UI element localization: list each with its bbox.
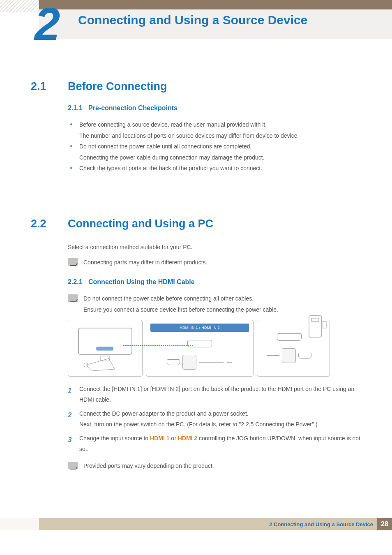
cable-wire — [267, 355, 279, 356]
warn-line: Do not connect the power cable before co… — [83, 293, 278, 304]
hdmi1-highlight: HDMI 1 — [150, 435, 169, 442]
cable-left: ⁓ — [167, 355, 233, 370]
cable-right — [267, 348, 311, 363]
svg-rect-1 — [97, 347, 113, 350]
step-number: 2 — [68, 409, 79, 430]
connection-steps: 1 Connect the [HDMI IN 1] or [HDMI IN 2]… — [68, 384, 367, 454]
section-title-2-2: Connecting and Using a PC — [68, 217, 213, 230]
subsection-num-2-1-1: 2.1.1 — [68, 104, 88, 112]
top-brown-bar — [39, 0, 392, 9]
list-item: Before connecting a source device, read … — [68, 119, 367, 141]
step-text: Connect the [HDMI IN 1] or [HDMI IN 2] p… — [79, 384, 367, 405]
step3-part: Change the input source to — [79, 435, 150, 442]
footer-bar: 2 Connecting and Using a Source Device 2… — [39, 518, 392, 530]
list-item: Do not connect the power cable until all… — [68, 141, 367, 163]
section-num-2-2: 2.2 — [31, 217, 68, 230]
svg-rect-4 — [309, 316, 321, 337]
step-text: Connect the DC power adapter to the prod… — [79, 409, 367, 430]
hdmi-tip-icon — [167, 359, 180, 365]
monitor-icon — [74, 325, 136, 372]
note-text: Do not connect the power cable before co… — [83, 293, 278, 315]
hdmi-port-icon — [277, 333, 302, 341]
note-icon — [68, 258, 78, 266]
diagram-pc-box — [257, 320, 330, 377]
diagram-port-box: HDMI IN 1 / HDMI IN 2 ⁓ — [146, 320, 254, 377]
warn-line: Ensure you connect a source device first… — [83, 304, 278, 315]
connection-diagram: HDMI IN 1 / HDMI IN 2 ⁓ — [68, 320, 367, 377]
intro-paragraph: Select a connection method suitable for … — [68, 242, 367, 253]
hdmi2-highlight: HDMI 2 — [178, 435, 197, 442]
list-item-text: Check the types of ports at the back of … — [79, 165, 262, 171]
note-text: Provided ports may vary depending on the… — [83, 460, 214, 472]
step3-or: or — [169, 435, 178, 442]
chapter-number: 2 — [35, 0, 58, 51]
port-label: HDMI IN 1 / HDMI IN 2 — [150, 324, 249, 332]
note-text: Connecting parts may differ in different… — [83, 257, 207, 268]
step-number: 3 — [68, 433, 79, 455]
note-icon — [68, 294, 78, 302]
cable-break-icon: ⁓ — [226, 360, 233, 365]
checkpoints-list: Before connecting a source device, read … — [68, 119, 367, 174]
pc-icon — [307, 314, 328, 339]
step-text: Change the input source to HDMI 1 or HDM… — [79, 433, 367, 455]
cable-connector-icon — [282, 348, 296, 363]
subsection-title-2-1-1: Pre-connection Checkpoints — [88, 104, 178, 112]
footer-chapter-title: 2 Connecting and Using a Source Device — [269, 521, 373, 527]
list-item-text: Before connecting a source device, read … — [79, 121, 299, 139]
diagram-monitor-box — [68, 320, 143, 377]
hdmi-port-icon — [187, 340, 212, 347]
list-item: Check the types of ports at the back of … — [68, 163, 367, 174]
cable-connector-icon — [182, 355, 196, 370]
diagram-dashed-line — [123, 345, 193, 346]
footer-left-stub — [0, 518, 39, 530]
page-number: 28 — [377, 518, 392, 530]
subsection-title-2-2-1: Connection Using the HDMI Cable — [88, 278, 195, 286]
section-title-2-1: Before Connecting — [68, 80, 167, 93]
cable-wire — [199, 362, 224, 363]
step-number: 1 — [68, 384, 79, 405]
svg-rect-6 — [323, 321, 326, 328]
note-icon — [68, 462, 78, 469]
list-item-text: Do not connect the power cable until all… — [79, 143, 265, 161]
hdmi-tip-icon — [298, 353, 311, 358]
section-num-2-1: 2.1 — [31, 80, 68, 93]
subsection-num-2-2-1: 2.2.1 — [68, 278, 88, 286]
chapter-title: Connecting and Using a Source Device — [78, 13, 307, 27]
header-hatched-corner — [0, 0, 39, 12]
